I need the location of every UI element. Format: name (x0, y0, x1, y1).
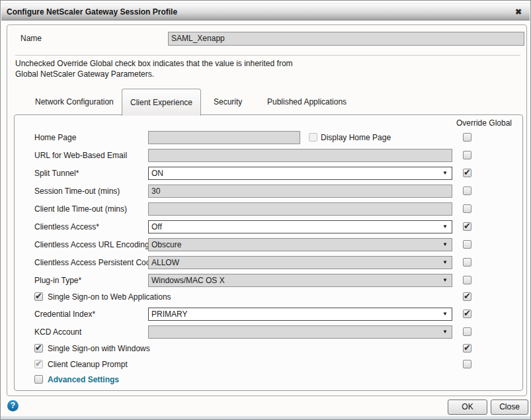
url-web-email-label: URL for Web-Based Email (34, 149, 127, 162)
sso-web-apps-label: Single Sign-on to Web Applications (48, 290, 171, 304)
chevron-down-icon: ▼ (442, 326, 448, 338)
clientless-persistent-cookie-label: Clientless Access Persistent Cookie* (34, 256, 163, 269)
override-client-cleanup-checkbox[interactable] (463, 360, 471, 368)
tab-client-experience[interactable]: Client Experience (122, 89, 201, 116)
home-page-label: Home Page (34, 131, 76, 144)
name-label: Name (20, 32, 42, 45)
description-line-1: Unchecked Override Global check box indi… (15, 58, 293, 69)
chevron-down-icon: ▼ (442, 257, 448, 269)
client-idle-timeout-label: Client Idle Time-out (mins) (34, 202, 127, 216)
plugin-type-label: Plug-in Type* (34, 274, 81, 287)
clientless-access-label: Clientless Access* (34, 220, 99, 233)
advanced-settings-label[interactable]: Advanced Settings (48, 373, 119, 386)
clientless-access-value: Off (151, 221, 162, 233)
client-experience-panel: Override Global Home Page Display Home P… (14, 114, 523, 391)
override-clientless-url-encoding-checkbox[interactable] (463, 240, 471, 249)
chevron-down-icon: ▼ (442, 167, 448, 179)
override-global-header: Override Global (456, 118, 512, 128)
tab-security[interactable]: Security (214, 89, 242, 115)
home-page-input (148, 131, 300, 144)
close-button[interactable]: Close (491, 399, 528, 415)
ok-button[interactable]: OK (448, 399, 487, 415)
dialog-title: Configure NetScaler Gateway Session Prof… (7, 4, 177, 20)
client-idle-timeout-input (148, 202, 452, 216)
override-plugin-type-checkbox[interactable] (463, 276, 471, 284)
session-profile-dialog: Configure NetScaler Gateway Session Prof… (0, 0, 531, 420)
credential-index-select[interactable]: PRIMARY ▼ (148, 308, 452, 321)
credential-index-value: PRIMARY (151, 308, 187, 320)
advanced-settings-checkbox[interactable] (34, 375, 43, 384)
clientless-url-encoding-label: Clientless Access URL Encoding* (34, 238, 152, 251)
chevron-down-icon: ▼ (442, 221, 448, 233)
url-web-email-input (148, 149, 452, 162)
sso-web-apps-checkbox[interactable] (34, 292, 43, 301)
clientless-url-encoding-value: Obscure (151, 239, 181, 251)
chevron-down-icon: ▼ (442, 308, 448, 320)
plugin-type-value: Windows/MAC OS X (151, 274, 225, 286)
chevron-down-icon: ▼ (442, 239, 448, 251)
sso-windows-label: Single Sign-on with Windows (48, 342, 150, 355)
name-input[interactable]: SAML_Xenapp (168, 32, 524, 46)
tab-network-configuration[interactable]: Network Configuration (35, 89, 114, 115)
override-clientless-persistent-cookie-checkbox[interactable] (463, 258, 471, 267)
title-bar: Configure NetScaler Gateway Session Prof… (1, 3, 530, 21)
separator (15, 55, 520, 56)
clientless-access-select[interactable]: Off ▼ (148, 220, 452, 233)
kcd-account-select: ▼ (148, 325, 452, 339)
clientless-url-encoding-select: Obscure ▼ (148, 238, 452, 251)
override-home-page-checkbox[interactable] (463, 133, 471, 142)
credential-index-label: Credential Index* (34, 308, 95, 321)
sso-windows-checkbox[interactable] (34, 344, 43, 353)
window-bottom-edge (1, 416, 530, 419)
client-cleanup-checkbox (34, 360, 43, 368)
close-icon[interactable]: ✖ (515, 4, 522, 20)
client-cleanup-label: Client Cleanup Prompt (48, 358, 128, 371)
tab-published-applications[interactable]: Published Applications (267, 89, 347, 115)
clientless-persistent-cookie-select: ALLOW ▼ (148, 256, 452, 269)
override-split-tunnel-checkbox[interactable] (463, 169, 471, 177)
session-timeout-input: 30 (148, 185, 452, 198)
description-line-2: Global NetScaler Gateway Parameters. (15, 69, 154, 79)
override-url-web-email-checkbox[interactable] (463, 151, 471, 159)
override-sso-web-apps-checkbox[interactable] (463, 292, 471, 301)
kcd-account-label: KCD Account (34, 325, 81, 339)
display-home-page-label: Display Home Page (321, 131, 391, 144)
override-session-timeout-checkbox[interactable] (463, 187, 471, 195)
plugin-type-select: Windows/MAC OS X ▼ (148, 274, 452, 287)
override-clientless-access-checkbox[interactable] (463, 222, 471, 231)
session-timeout-label: Session Time-out (mins) (34, 185, 120, 198)
help-icon[interactable]: ? (7, 400, 19, 411)
override-kcd-account-checkbox[interactable] (463, 327, 471, 336)
split-tunnel-value: ON (151, 167, 163, 179)
override-client-idle-timeout-checkbox[interactable] (463, 204, 471, 213)
override-sso-windows-checkbox[interactable] (463, 344, 471, 353)
split-tunnel-label: Split Tunnel* (34, 167, 79, 180)
split-tunnel-select[interactable]: ON ▼ (148, 167, 452, 180)
clientless-persistent-cookie-value: ALLOW (151, 257, 179, 269)
display-home-page-checkbox (309, 133, 317, 142)
chevron-down-icon: ▼ (442, 274, 448, 286)
override-credential-index-checkbox[interactable] (463, 310, 471, 318)
